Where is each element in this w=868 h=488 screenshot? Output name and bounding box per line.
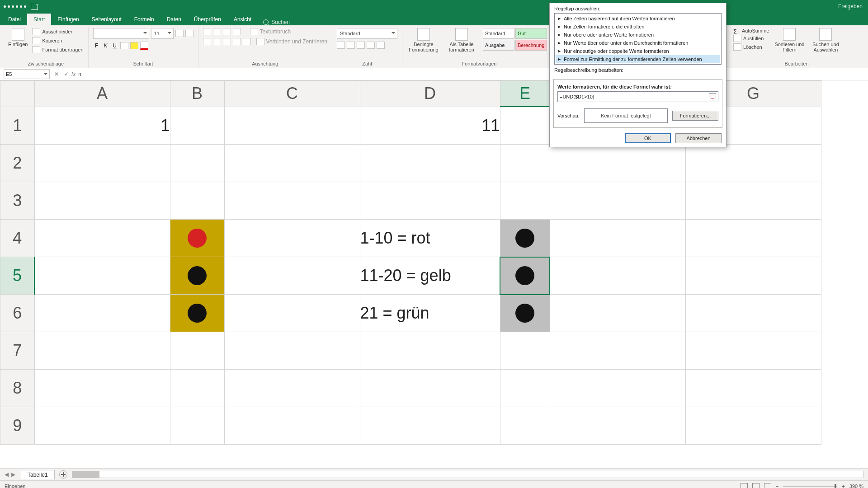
align-left-icon[interactable] xyxy=(203,38,211,45)
number-format-dropdown[interactable]: Standard xyxy=(337,28,397,39)
cell-D2[interactable] xyxy=(360,145,500,182)
cell-A9[interactable] xyxy=(34,407,170,445)
enter-formula-icon[interactable]: ✓ xyxy=(61,71,71,77)
tab-insert[interactable]: Einfügen xyxy=(51,14,85,25)
cell-D8[interactable] xyxy=(360,370,500,407)
cell-A2[interactable] xyxy=(34,145,170,182)
cell-F4[interactable] xyxy=(550,220,685,257)
align-center-icon[interactable] xyxy=(213,38,221,45)
bold-button[interactable]: F xyxy=(93,42,100,49)
font-size-dropdown[interactable]: 11 xyxy=(151,28,174,39)
cell-B3[interactable] xyxy=(170,182,224,220)
increase-font-icon[interactable] xyxy=(175,30,184,37)
cell-D7[interactable] xyxy=(360,332,500,370)
cell-B4[interactable] xyxy=(170,220,224,257)
cell-F3[interactable] xyxy=(550,182,685,220)
horizontal-scrollbar[interactable] xyxy=(72,471,863,478)
cell-A5[interactable] xyxy=(34,257,170,295)
sheet-nav-next-icon[interactable]: ▶ xyxy=(11,471,15,478)
sheet-nav-prev-icon[interactable]: ◀ xyxy=(5,471,9,478)
col-header-A[interactable]: A xyxy=(34,81,170,107)
cell-D3[interactable] xyxy=(360,182,500,220)
cell-F6[interactable] xyxy=(550,295,685,332)
row-header-6[interactable]: 6 xyxy=(0,295,35,332)
col-header-B[interactable]: B xyxy=(170,81,224,107)
cell-G9[interactable] xyxy=(685,407,821,445)
cell-G2[interactable] xyxy=(685,145,821,182)
cell-G7[interactable] xyxy=(685,332,821,370)
cell-E4[interactable] xyxy=(500,220,550,257)
quick-access-menu-icon[interactable] xyxy=(4,5,26,8)
conditional-formatting-button[interactable]: Bedingte Formatierung xyxy=(407,28,440,52)
zoom-level[interactable]: 390 % xyxy=(849,483,863,488)
cell-C1[interactable] xyxy=(224,107,360,145)
style-calc[interactable]: Berechnung xyxy=(515,40,547,51)
cell-E2[interactable] xyxy=(500,145,550,182)
cell-E6[interactable] xyxy=(500,295,550,332)
cell-B6[interactable] xyxy=(170,295,224,332)
autosum-button[interactable]: ∑ AutoSumme xyxy=(733,28,769,33)
cell-B1[interactable] xyxy=(170,107,224,145)
tab-view[interactable]: Ansicht xyxy=(227,14,258,25)
cell-C3[interactable] xyxy=(224,182,360,220)
italic-button[interactable]: K xyxy=(102,42,109,49)
format-as-table-button[interactable]: Als Tabelle formatieren xyxy=(445,28,478,52)
select-all-corner[interactable] xyxy=(0,81,35,107)
tab-file[interactable]: Datei xyxy=(2,14,27,25)
cell-C4[interactable] xyxy=(224,220,360,257)
fill-color-button[interactable] xyxy=(130,42,138,49)
collapse-dialog-icon[interactable] xyxy=(709,93,716,100)
decrease-font-icon[interactable] xyxy=(185,30,193,37)
clear-button[interactable]: Löschen xyxy=(733,43,769,51)
cell-styles-gallery[interactable]: Standard Gut Ausgabe Berechnung xyxy=(483,28,547,51)
cell-B8[interactable] xyxy=(170,370,224,407)
cell-A4[interactable] xyxy=(34,220,170,257)
cell-E7[interactable] xyxy=(500,332,550,370)
cell-C6[interactable] xyxy=(224,295,360,332)
scroll-thumb[interactable] xyxy=(72,471,99,478)
increase-decimal-icon[interactable] xyxy=(367,42,375,49)
align-middle-icon[interactable] xyxy=(213,28,221,35)
cell-G8[interactable] xyxy=(685,370,821,407)
align-top-icon[interactable] xyxy=(203,28,211,35)
cell-C9[interactable] xyxy=(224,407,360,445)
cancel-button[interactable]: Abbrechen xyxy=(675,133,722,143)
tab-data[interactable]: Daten xyxy=(160,14,188,25)
style-good[interactable]: Gut xyxy=(515,28,547,39)
wrap-text-icon[interactable] xyxy=(250,28,258,35)
cell-C8[interactable] xyxy=(224,370,360,407)
fx-icon[interactable]: fx xyxy=(71,71,75,77)
normal-view-icon[interactable] xyxy=(741,483,748,488)
cell-B9[interactable] xyxy=(170,407,224,445)
cell-E8[interactable] xyxy=(500,370,550,407)
row-header-8[interactable]: 8 xyxy=(0,370,35,407)
cell-A7[interactable] xyxy=(34,332,170,370)
cell-A8[interactable] xyxy=(34,370,170,407)
cell-D9[interactable] xyxy=(360,407,500,445)
cell-B7[interactable] xyxy=(170,332,224,370)
orientation-icon[interactable] xyxy=(233,28,241,35)
cell-F5[interactable] xyxy=(550,257,685,295)
cancel-formula-icon[interactable]: ✕ xyxy=(52,71,61,77)
paste-button[interactable]: Einfügen xyxy=(8,28,28,47)
sort-filter-button[interactable]: Sortieren und Filtern xyxy=(774,28,805,52)
page-break-view-icon[interactable] xyxy=(764,483,771,488)
row-header-3[interactable]: 3 xyxy=(0,182,35,220)
sheet-tab-1[interactable]: Tabelle1 xyxy=(21,470,55,479)
cell-B2[interactable] xyxy=(170,145,224,182)
cell-D6[interactable]: 21 = grün xyxy=(360,295,500,332)
cell-G3[interactable] xyxy=(685,182,821,220)
percent-icon[interactable] xyxy=(347,42,355,49)
rule-type-item[interactable]: ►Alle Zellen basierend auf ihren Werten … xyxy=(556,14,720,23)
cell-G6[interactable] xyxy=(685,295,821,332)
tab-review[interactable]: Überprüfen xyxy=(188,14,227,25)
tab-page-layout[interactable]: Seitenlayout xyxy=(85,14,128,25)
cell-E3[interactable] xyxy=(500,182,550,220)
rule-type-item[interactable]: ►Nur eindeutige oder doppelte Werte form… xyxy=(556,47,720,55)
col-header-C[interactable]: C xyxy=(224,81,360,107)
align-bottom-icon[interactable] xyxy=(223,28,231,35)
style-standard[interactable]: Standard xyxy=(483,28,514,39)
indent-increase-icon[interactable] xyxy=(243,38,251,45)
rule-type-item[interactable]: ►Formel zur Ermittlung der zu formatiere… xyxy=(556,55,720,63)
row-header-4[interactable]: 4 xyxy=(0,220,35,257)
